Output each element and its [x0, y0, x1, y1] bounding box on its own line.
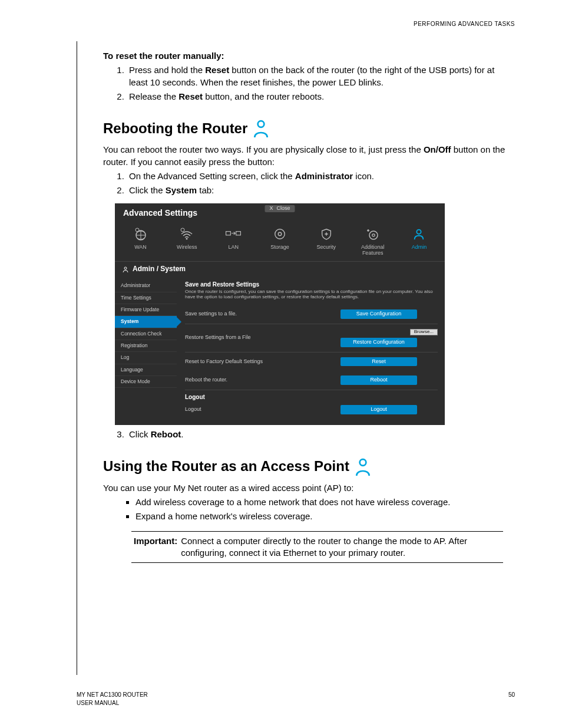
manual-reset-step-1: Press and hold the Reset button on the b…: [127, 64, 515, 88]
wifi-gear-icon: [178, 226, 195, 242]
lan-icon: [225, 226, 242, 242]
shield-icon: [318, 226, 335, 242]
row-logout-label: Logout: [185, 407, 201, 413]
page-header: PERFORMING ADVANCED TASKS: [414, 20, 515, 28]
nav-security[interactable]: Security: [304, 226, 348, 256]
nav-lan[interactable]: LAN: [211, 226, 256, 256]
reboot-button[interactable]: Reboot: [340, 375, 417, 385]
page-number: 50: [508, 691, 515, 707]
svg-point-4: [181, 228, 184, 232]
nav-wan[interactable]: WAN: [118, 226, 163, 256]
close-button[interactable]: XClose: [265, 205, 295, 212]
manual-reset-heading: To reset the router manually:: [103, 50, 515, 62]
row-save: Save settings to a file. Save Configurat…: [185, 305, 438, 324]
row-save-label: Save settings to a file.: [185, 311, 237, 317]
row-logout: Logout Logout: [185, 400, 438, 419]
gear-plus-icon: [365, 226, 381, 242]
router-body: Administrator Time Settings Firmware Upd…: [115, 276, 445, 425]
svg-point-13: [360, 459, 366, 466]
rebooting-step-3: Click Reboot.: [127, 429, 515, 440]
side-firmware-update[interactable]: Firmware Update: [115, 304, 177, 316]
row-reboot: Reboot the router. Reboot: [185, 371, 438, 390]
person-icon: [411, 226, 427, 242]
ap-bullets: Add wireless coverage to a home network …: [103, 496, 515, 523]
svg-point-10: [372, 234, 374, 236]
logout-title: Logout: [185, 394, 438, 400]
rebooting-steps-top: On the Advanced Setting screen, click th…: [103, 170, 515, 197]
manual-reset-step-2: Release the Reset button, and the router…: [127, 91, 515, 103]
note-label: Important:: [134, 535, 177, 559]
browse-button[interactable]: Browse...: [410, 329, 438, 335]
save-restore-title: Save and Restore Settings: [185, 281, 438, 288]
side-connection-check[interactable]: Connection Check: [115, 328, 177, 340]
side-time-settings[interactable]: Time Settings: [115, 292, 177, 304]
svg-point-12: [124, 267, 127, 269]
save-restore-desc: Once the router is configured, you can s…: [185, 289, 438, 300]
side-registration[interactable]: Registration: [115, 340, 177, 352]
footer-left: MY NET AC1300 ROUTER USER MANUAL: [77, 691, 148, 707]
note-text: Connect a computer directly to the route…: [181, 535, 501, 559]
svg-point-2: [135, 228, 139, 232]
row-reboot-label: Reboot the router.: [185, 377, 227, 383]
side-log[interactable]: Log: [115, 352, 177, 364]
nav-additional[interactable]: Additional Features: [351, 226, 395, 256]
rebooting-step-2: Click the System tab:: [127, 185, 515, 196]
nav-admin[interactable]: Admin: [397, 226, 441, 256]
router-main: Save and Restore Settings Once the route…: [177, 276, 445, 425]
row-restore: Restore Settings from a File Browse... R…: [185, 324, 438, 353]
svg-rect-6: [236, 232, 241, 235]
storage-icon: [272, 226, 288, 242]
save-config-button[interactable]: Save Configuration: [340, 309, 417, 319]
svg-point-8: [278, 233, 282, 236]
nav-wireless[interactable]: Wireless: [165, 226, 209, 256]
reset-button[interactable]: Reset: [340, 357, 417, 367]
important-note: Important: Connect a computer directly t…: [131, 531, 503, 564]
rebooting-step-1: On the Advanced Setting screen, click th…: [127, 170, 515, 182]
person-icon: [355, 458, 371, 476]
row-reset-label: Reset to Factory Default Settings: [185, 359, 263, 365]
side-system[interactable]: System: [115, 316, 177, 328]
side-administrator[interactable]: Administrator: [115, 280, 177, 292]
svg-point-11: [417, 230, 421, 234]
globe-gear-icon: [133, 226, 149, 242]
side-device-mode[interactable]: Device Mode: [115, 376, 177, 388]
row-restore-label: Restore Settings from a File: [185, 335, 251, 341]
side-language[interactable]: Language: [115, 364, 177, 376]
row-reset: Reset to Factory Default Settings Reset: [185, 353, 438, 371]
ap-heading: Using the Router as an Access Point: [103, 457, 515, 476]
rebooting-intro: You can reboot the router two ways. If y…: [103, 144, 515, 168]
restore-config-button[interactable]: Restore Configuration: [340, 338, 417, 347]
ap-intro: You can use your My Net router as a wire…: [103, 482, 515, 494]
svg-rect-5: [226, 232, 231, 235]
router-top-nav: WAN Wireless LAN Storage Security Additi…: [115, 222, 445, 262]
ap-bullet-2: Expand a home network's wireless coverag…: [135, 510, 515, 522]
logout-button[interactable]: Logout: [340, 405, 417, 414]
nav-storage[interactable]: Storage: [257, 226, 302, 256]
svg-point-9: [369, 231, 378, 239]
svg-point-3: [186, 238, 188, 240]
page-footer: MY NET AC1300 ROUTER USER MANUAL 50: [77, 691, 515, 707]
svg-point-0: [258, 121, 265, 127]
svg-point-7: [275, 229, 285, 239]
router-screenshot: XClose Advanced Settings WAN Wireless LA…: [115, 203, 445, 425]
ap-bullet-1: Add wireless coverage to a home network …: [135, 496, 515, 508]
router-breadcrumb: Admin / System: [115, 262, 445, 276]
person-icon: [122, 266, 129, 273]
manual-reset-list: Press and hold the Reset button on the b…: [103, 64, 515, 103]
rebooting-heading: Rebooting the Router: [103, 119, 515, 138]
page-content: To reset the router manually: Press and …: [103, 50, 515, 563]
side-rule: [77, 41, 77, 675]
rebooting-steps-bottom: Click Reboot.: [103, 429, 515, 440]
person-icon: [253, 120, 269, 137]
router-sidebar: Administrator Time Settings Firmware Upd…: [115, 276, 177, 425]
